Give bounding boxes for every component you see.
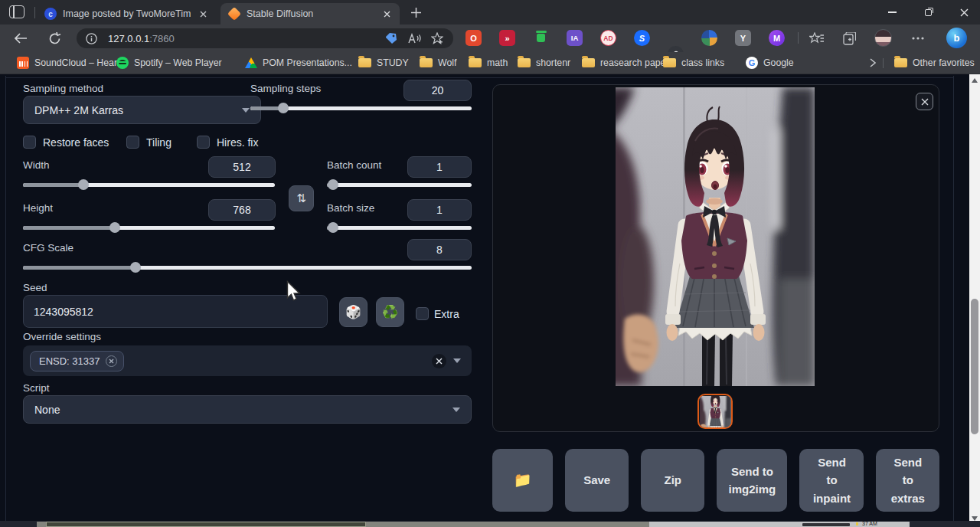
taskbar-text-smudge	[802, 523, 850, 526]
extension-icon-2[interactable]: »	[499, 30, 515, 46]
settings-more-button[interactable]	[910, 32, 926, 44]
override-settings-box[interactable]: ENSD: 31337	[23, 345, 472, 376]
hires-fix-checkbox[interactable]	[197, 136, 210, 149]
width-slider[interactable]	[23, 183, 275, 187]
chevron-down-icon[interactable]	[453, 358, 461, 363]
read-aloud-icon[interactable]	[408, 33, 421, 44]
trash-extension-icon[interactable]	[533, 30, 549, 46]
bookmark-drive[interactable]: POM Presentations...	[245, 55, 352, 70]
new-tab-button[interactable]	[408, 5, 423, 20]
panel-border-left	[5, 76, 6, 527]
bookmark-google[interactable]: GGoogle	[746, 55, 794, 70]
save-button[interactable]: Save	[565, 449, 629, 512]
site-info-icon[interactable]	[86, 33, 97, 44]
bookmark-folder-research[interactable]: reasearch paper	[582, 55, 669, 70]
refresh-button[interactable]	[46, 30, 63, 47]
clear-all-icon[interactable]	[432, 354, 446, 368]
shopping-tag-icon[interactable]	[385, 32, 397, 44]
cfg-scale-slider[interactable]	[23, 266, 472, 270]
drive-icon	[245, 57, 257, 68]
sampling-method-dropdown[interactable]: DPM++ 2M Karras	[23, 96, 261, 124]
slider-knob[interactable]	[78, 179, 89, 190]
reuse-seed-button[interactable]: ♻️	[376, 297, 404, 327]
width-input[interactable]: 512	[208, 156, 276, 178]
batch-size-input[interactable]: 1	[407, 199, 472, 221]
chevron-down-icon	[242, 108, 250, 113]
bookmark-folder-classlinks[interactable]: class links	[663, 55, 724, 70]
tab-actions-menu-button[interactable]	[9, 5, 24, 18]
bookmark-other-favorites[interactable]: Other favorites	[894, 55, 975, 70]
zip-button[interactable]: Zip	[641, 449, 704, 512]
tab-close-icon[interactable]	[197, 7, 210, 21]
tab-close-icon[interactable]	[380, 7, 394, 21]
height-slider[interactable]	[23, 226, 275, 230]
bookmark-spotify[interactable]: Spotify – Web Player	[116, 55, 222, 70]
add-favorite-icon[interactable]	[431, 32, 443, 44]
back-button[interactable]	[12, 31, 29, 46]
bookmark-folder-math[interactable]: math	[469, 55, 508, 70]
gallery-thumbnail-selected[interactable]	[697, 394, 733, 429]
url-host: 127.0.0.1	[108, 33, 149, 44]
seed-input[interactable]: 1243095812	[23, 295, 328, 328]
override-token-chip[interactable]: ENSD: 31337	[30, 351, 124, 372]
window-close-button[interactable]	[951, 0, 977, 25]
cfg-scale-input[interactable]: 8	[407, 239, 472, 260]
address-bar[interactable]: 127.0.0.1:7860	[77, 28, 453, 48]
extension-icon-10[interactable]: M	[769, 30, 785, 46]
sampling-steps-input[interactable]: 20	[403, 80, 472, 101]
tab-civitai[interactable]: c Image posted by TwoMoreTimes	[37, 3, 216, 25]
spotify-icon	[116, 57, 129, 69]
bookmark-label: shortenr	[536, 57, 570, 68]
extension-icon-4[interactable]: IA	[567, 30, 583, 46]
slider-knob[interactable]	[328, 222, 338, 233]
tab-stable-diffusion[interactable]: Stable Diffusion	[220, 3, 400, 25]
gallery-close-button[interactable]	[916, 93, 933, 110]
folder-icon	[582, 58, 595, 67]
bookmarks-overflow-chevron[interactable]	[867, 57, 878, 68]
favorites-bar-button[interactable]	[807, 31, 825, 46]
slider-knob[interactable]	[109, 222, 120, 233]
scrollbar-up-arrow[interactable]	[972, 78, 978, 83]
batch-count-slider[interactable]	[327, 183, 472, 187]
restore-icon	[925, 9, 932, 16]
slider-knob[interactable]	[130, 262, 141, 273]
taskbar-indicator	[856, 522, 858, 525]
script-value: None	[34, 404, 60, 416]
bookmark-folder-shortenr[interactable]: shortenr	[518, 55, 570, 70]
extension-icon-9[interactable]: Y	[735, 30, 751, 46]
window-restore-button[interactable]	[915, 0, 941, 25]
bookmark-soundcloud[interactable]: SoundCloud – Hear...	[17, 55, 125, 70]
adblock-extension-icon[interactable]: AD	[600, 30, 616, 46]
send-to-extras-button[interactable]: Send to extras	[876, 449, 939, 512]
sampling-steps-slider[interactable]	[250, 106, 472, 110]
bookmark-label: STUDY	[377, 57, 409, 68]
bookmarks-separator	[883, 58, 884, 68]
random-seed-button[interactable]: 🎲	[339, 297, 368, 327]
generated-image[interactable]	[616, 87, 815, 386]
profile-avatar[interactable]	[874, 29, 892, 47]
bookmark-label: Google	[763, 57, 794, 68]
scrollbar-thumb[interactable]	[971, 299, 978, 434]
send-to-inpaint-button[interactable]: Send to inpaint	[799, 449, 864, 512]
send-to-img2img-button[interactable]: Send to img2img	[717, 449, 787, 512]
remove-token-icon[interactable]	[106, 355, 117, 367]
copilot-button[interactable]: b	[946, 28, 967, 48]
restore-faces-checkbox[interactable]	[23, 136, 36, 149]
globe-extension-icon[interactable]	[701, 30, 717, 46]
extension-icon-1[interactable]: O	[466, 30, 482, 46]
batch-size-slider[interactable]	[327, 226, 472, 230]
bookmark-folder-wolf[interactable]: Wolf	[420, 55, 456, 70]
batch-count-input[interactable]: 1	[407, 156, 472, 178]
slider-knob[interactable]	[328, 179, 338, 190]
shazam-extension-icon[interactable]: S	[634, 30, 650, 46]
folder-icon	[469, 58, 482, 67]
extra-seed-checkbox[interactable]	[416, 307, 429, 320]
swap-width-height-button[interactable]: ⇅	[289, 185, 314, 211]
bookmark-folder-study[interactable]: STUDY	[358, 55, 409, 70]
height-input[interactable]: 768	[208, 199, 276, 221]
script-dropdown[interactable]: None	[23, 395, 472, 424]
tiling-checkbox[interactable]	[126, 136, 139, 149]
open-folder-button[interactable]: 📁	[492, 449, 553, 512]
window-minimize-button[interactable]	[879, 0, 905, 25]
collections-button[interactable]	[841, 30, 858, 47]
